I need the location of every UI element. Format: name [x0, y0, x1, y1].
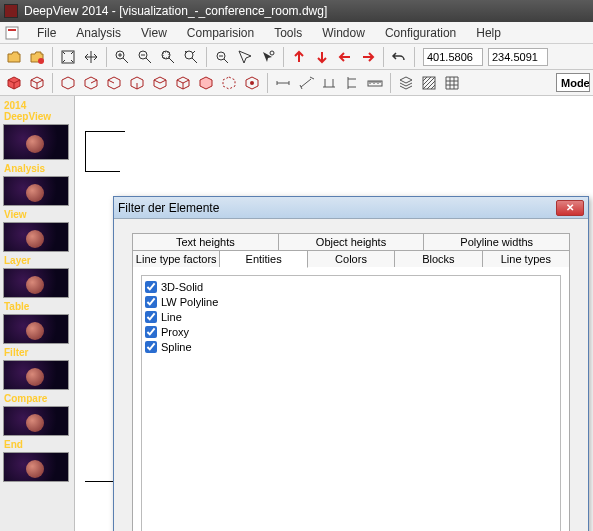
layers-icon[interactable]: [395, 72, 417, 94]
tab-line-types[interactable]: Line types: [483, 250, 570, 268]
arrow-right-icon[interactable]: [357, 46, 379, 68]
zoom-realtime-icon[interactable]: [211, 46, 233, 68]
list-item-label: Proxy: [161, 326, 189, 338]
list-item[interactable]: 3D-Solid: [145, 279, 557, 294]
tab-polyline-widths[interactable]: Polyline widths: [424, 233, 570, 250]
sidebar-item-label: Layer: [3, 255, 71, 266]
cube-red-icon[interactable]: [3, 72, 25, 94]
list-item[interactable]: LW Polyline: [145, 294, 557, 309]
tab-colors[interactable]: Colors: [308, 250, 395, 268]
ruler-icon[interactable]: [364, 72, 386, 94]
toolbar-1: 401.5806 234.5091: [0, 44, 593, 70]
zoom-in-icon[interactable]: [111, 46, 133, 68]
cube-outline-icon[interactable]: [26, 72, 48, 94]
cube-view9-icon[interactable]: [241, 72, 263, 94]
tab-line-type-factors[interactable]: Line type factors: [132, 250, 220, 268]
sidebar-item-label: End: [3, 439, 71, 450]
zoom-pick-icon[interactable]: [257, 46, 279, 68]
pan-icon[interactable]: [80, 46, 102, 68]
cube-view6-icon[interactable]: [172, 72, 194, 94]
app-icon: [4, 4, 18, 18]
window-titlebar: DeepView 2014 - [visualization_-_confere…: [0, 0, 593, 22]
menu-tools[interactable]: Tools: [265, 24, 311, 42]
dialog-title: Filter der Elemente: [118, 201, 556, 215]
menu-file[interactable]: File: [28, 24, 65, 42]
grid-icon[interactable]: [441, 72, 463, 94]
dialog-titlebar[interactable]: Filter der Elemente ✕: [114, 197, 588, 219]
sidebar-item-layer[interactable]: Layer: [3, 255, 71, 299]
cube-view8-icon[interactable]: [218, 72, 240, 94]
menu-help[interactable]: Help: [467, 24, 510, 42]
zoom-extents-icon[interactable]: [180, 46, 202, 68]
close-icon[interactable]: ✕: [556, 200, 584, 216]
model-space-label[interactable]: Model: [556, 73, 590, 92]
list-item[interactable]: Spline: [145, 339, 557, 354]
coord-x: 401.5806: [423, 48, 483, 66]
tab-content: 3D-Solid LW Polyline Line Proxy Spline: [132, 267, 570, 531]
sidebar-item-compare[interactable]: Compare: [3, 393, 71, 437]
checkbox[interactable]: [145, 281, 157, 293]
tab-entities[interactable]: Entities: [220, 250, 307, 268]
sidebar: 2014 DeepView Analysis View Layer Table …: [0, 96, 75, 531]
zoom-window-icon[interactable]: [157, 46, 179, 68]
checkbox[interactable]: [145, 311, 157, 323]
open-icon[interactable]: [3, 46, 25, 68]
checkbox[interactable]: [145, 341, 157, 353]
list-item-label: Spline: [161, 341, 192, 353]
arrow-down-icon[interactable]: [311, 46, 333, 68]
filter-dialog: Filter der Elemente ✕ Text heights Objec…: [113, 196, 589, 531]
fit-window-icon[interactable]: [57, 46, 79, 68]
list-item-label: 3D-Solid: [161, 281, 203, 293]
cube-view3-icon[interactable]: [103, 72, 125, 94]
tab-object-heights[interactable]: Object heights: [279, 233, 425, 250]
hatch-icon[interactable]: [418, 72, 440, 94]
dim-horizontal-icon[interactable]: [318, 72, 340, 94]
menu-comparision[interactable]: Comparision: [178, 24, 263, 42]
checkbox[interactable]: [145, 326, 157, 338]
undo-icon[interactable]: [388, 46, 410, 68]
list-item[interactable]: Proxy: [145, 324, 557, 339]
sidebar-item-view[interactable]: View: [3, 209, 71, 253]
zoom-out-icon[interactable]: [134, 46, 156, 68]
list-item-label: LW Polyline: [161, 296, 218, 308]
cube-view2-icon[interactable]: [80, 72, 102, 94]
zoom-selection-icon[interactable]: [234, 46, 256, 68]
menu-analysis[interactable]: Analysis: [67, 24, 130, 42]
sidebar-item-analysis[interactable]: Analysis: [3, 163, 71, 207]
cube-view1-icon[interactable]: [57, 72, 79, 94]
window-title: DeepView 2014 - [visualization_-_confere…: [24, 4, 327, 18]
dim-vertical-icon[interactable]: [341, 72, 363, 94]
list-item[interactable]: Line: [145, 309, 557, 324]
cube-view7-icon[interactable]: [195, 72, 217, 94]
toolbar-2: Model: [0, 70, 593, 96]
dim-linear-icon[interactable]: [272, 72, 294, 94]
svg-rect-1: [8, 29, 16, 31]
menu-configuration[interactable]: Configuration: [376, 24, 465, 42]
arrow-left-icon[interactable]: [334, 46, 356, 68]
dim-aligned-icon[interactable]: [295, 72, 317, 94]
sidebar-item-filter[interactable]: Filter: [3, 347, 71, 391]
menu-view[interactable]: View: [132, 24, 176, 42]
app-menu-icon[interactable]: [4, 25, 20, 41]
cube-view5-icon[interactable]: [149, 72, 171, 94]
menubar: File Analysis View Comparision Tools Win…: [0, 22, 593, 44]
svg-point-11: [250, 81, 254, 85]
menu-window[interactable]: Window: [313, 24, 374, 42]
sidebar-item-label: Compare: [3, 393, 71, 404]
entities-listbox[interactable]: 3D-Solid LW Polyline Line Proxy Spline: [141, 275, 561, 531]
sidebar-item-label: View: [3, 209, 71, 220]
sidebar-item-label: Analysis: [3, 163, 71, 174]
sidebar-item-table[interactable]: Table: [3, 301, 71, 345]
tab-blocks[interactable]: Blocks: [395, 250, 482, 268]
arrow-up-icon[interactable]: [288, 46, 310, 68]
checkbox[interactable]: [145, 296, 157, 308]
svg-point-2: [38, 58, 44, 64]
cube-view4-icon[interactable]: [126, 72, 148, 94]
open-red-icon[interactable]: [26, 46, 48, 68]
svg-point-10: [270, 51, 274, 55]
sidebar-item-end[interactable]: End: [3, 439, 71, 483]
svg-rect-7: [163, 52, 169, 58]
sidebar-item-home[interactable]: 2014 DeepView: [3, 100, 71, 161]
tab-text-heights[interactable]: Text heights: [132, 233, 279, 250]
sidebar-item-label: 2014 DeepView: [3, 100, 71, 122]
